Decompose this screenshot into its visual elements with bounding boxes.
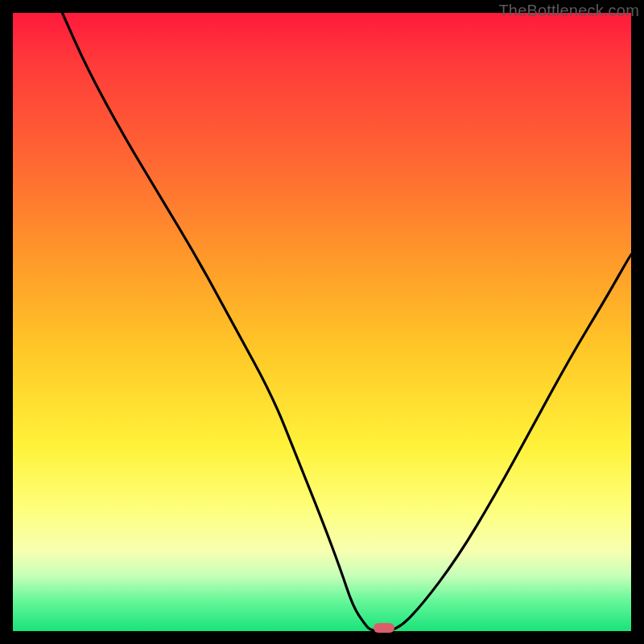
minimum-marker	[374, 623, 394, 633]
bottleneck-curve	[13, 13, 631, 631]
chart-frame: TheBottleneck.com	[0, 0, 644, 644]
watermark-text: TheBottleneck.com	[498, 2, 639, 20]
plot-area	[13, 13, 631, 631]
